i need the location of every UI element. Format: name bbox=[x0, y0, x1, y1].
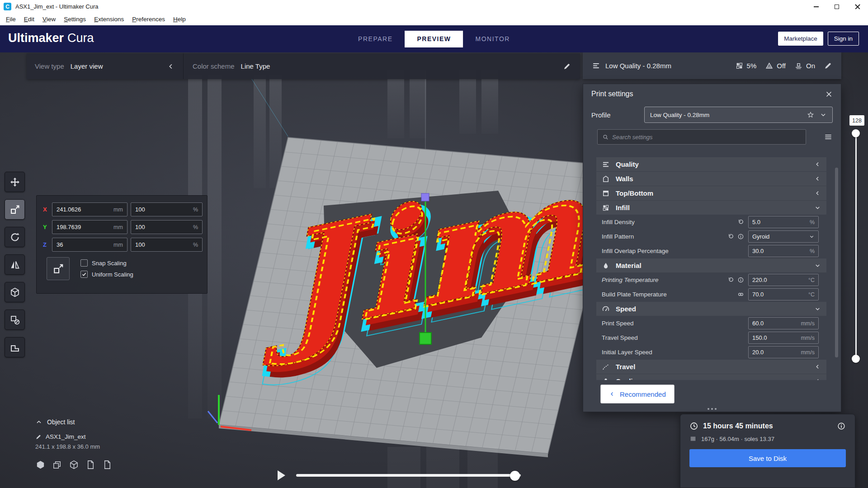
setting-infill-overlap-percentage-input[interactable]: 30.0% bbox=[748, 245, 819, 257]
category-material[interactable]: Material bbox=[596, 258, 826, 272]
menu-file[interactable]: File bbox=[2, 13, 20, 25]
tool-move[interactable] bbox=[5, 172, 25, 192]
scale-x-mm-input[interactable]: 241.0626mm bbox=[52, 202, 127, 216]
layer-slider-handle-top[interactable] bbox=[852, 129, 860, 137]
revert-icon[interactable] bbox=[727, 233, 734, 240]
category-cooling[interactable]: Cooling bbox=[596, 374, 826, 380]
tool-support-blocker[interactable] bbox=[5, 310, 25, 330]
tool-lay-flat[interactable] bbox=[5, 337, 25, 357]
setting-print-speed-input[interactable]: 60.0mm/s bbox=[748, 317, 819, 329]
setting-infill-overlap-percentage: Infill Overlap Percentage30.0% bbox=[596, 244, 826, 258]
signin-button[interactable]: Sign in bbox=[828, 32, 859, 46]
menu-extensions[interactable]: Extensions bbox=[90, 13, 128, 25]
tool-mirror[interactable] bbox=[5, 254, 25, 275]
menu-settings[interactable]: Settings bbox=[60, 13, 90, 25]
close-button[interactable] bbox=[847, 0, 868, 13]
category-quality[interactable]: Quality bbox=[596, 157, 826, 171]
checked-checkbox[interactable] bbox=[80, 271, 88, 278]
tab-prepare[interactable]: PREPARE bbox=[346, 31, 405, 47]
sheet2-icon[interactable] bbox=[102, 460, 113, 470]
scale-x-percent-input[interactable]: 100% bbox=[131, 202, 203, 216]
speed-icon bbox=[602, 305, 610, 313]
tool-scale[interactable] bbox=[5, 199, 25, 220]
setting-initial-layer-speed-input[interactable]: 20.0mm/s bbox=[748, 346, 819, 358]
menu-view[interactable]: View bbox=[38, 13, 60, 25]
cube-solid-icon[interactable] bbox=[35, 460, 46, 470]
scale-handle-z[interactable] bbox=[420, 333, 431, 344]
per-model-settings-icon bbox=[9, 287, 20, 298]
save-to-disk-button[interactable]: Save to Disk bbox=[689, 449, 846, 467]
menu-help[interactable]: Help bbox=[169, 13, 190, 25]
revert-icon[interactable] bbox=[737, 219, 744, 225]
cube-outline-icon[interactable] bbox=[69, 460, 79, 470]
object-list-toggle[interactable]: Object list bbox=[35, 418, 113, 426]
category-walls[interactable]: Walls bbox=[596, 172, 826, 186]
playback-slider-track[interactable] bbox=[296, 474, 521, 477]
support-blocker-icon bbox=[9, 314, 20, 325]
recommended-label: Recommended bbox=[620, 390, 666, 398]
cube-pair-icon[interactable] bbox=[52, 460, 62, 470]
setting-build-plate-temperature-input[interactable]: 70.0°C bbox=[748, 288, 819, 300]
color-scheme-dropdown[interactable]: Color scheme Line Type bbox=[184, 53, 580, 79]
setting-printing-temperature-input[interactable]: 220.0°C bbox=[748, 274, 819, 286]
info-icon[interactable] bbox=[837, 422, 846, 431]
infill-icon bbox=[735, 61, 744, 70]
close-icon[interactable] bbox=[825, 90, 833, 98]
info-icon[interactable] bbox=[737, 277, 744, 283]
revert-icon[interactable] bbox=[727, 277, 734, 283]
panel-scrollbar[interactable] bbox=[835, 168, 838, 357]
category-speed[interactable]: Speed bbox=[596, 302, 826, 316]
category-travel[interactable]: Travel bbox=[596, 360, 826, 374]
category-top-bottom[interactable]: Top/Bottom bbox=[596, 186, 826, 200]
recommended-button[interactable]: Recommended bbox=[600, 385, 675, 404]
scale-tool-panel: X241.0626mm100%Y198.7639mm100%Z36mm100% … bbox=[36, 195, 208, 294]
object-list: Object list ASX1_Jim_ext 241.1 x 198.8 x… bbox=[35, 418, 113, 470]
profile-value: Low Quality - 0.28mm bbox=[650, 112, 709, 118]
print-settings-panel: Print settings Profile Low Quality - 0.2… bbox=[583, 84, 841, 412]
info-icon[interactable] bbox=[737, 233, 744, 240]
scale-y-mm-input[interactable]: 198.7639mm bbox=[52, 220, 127, 234]
play-button[interactable] bbox=[278, 470, 285, 480]
setting-infill-pattern-select[interactable]: Gyroid bbox=[748, 230, 819, 243]
marketplace-button[interactable]: Marketplace bbox=[778, 32, 823, 46]
scale-z-percent-input[interactable]: 100% bbox=[131, 238, 203, 252]
search-settings-input[interactable] bbox=[612, 134, 801, 141]
unchecked-checkbox[interactable] bbox=[80, 259, 88, 267]
panel-resize-handle[interactable] bbox=[708, 408, 717, 410]
minimize-button[interactable] bbox=[806, 0, 826, 13]
setting-build-plate-temperature: Build Plate Temperature70.0°C bbox=[596, 287, 826, 301]
menu-preferences[interactable]: Preferences bbox=[128, 13, 169, 25]
snap-scaling-checkbox[interactable]: Snap Scaling bbox=[80, 259, 133, 267]
setting-infill-density-input[interactable]: 5.0% bbox=[748, 216, 819, 228]
setting-unit: mm/s bbox=[801, 320, 815, 327]
tab-preview[interactable]: PREVIEW bbox=[405, 31, 463, 47]
edit-settings[interactable] bbox=[824, 61, 832, 70]
setting-travel-speed-input[interactable]: 150.0mm/s bbox=[748, 332, 819, 344]
tool-rotate[interactable] bbox=[5, 227, 25, 247]
layer-slider-handle-bottom[interactable] bbox=[852, 355, 860, 363]
playback-slider-handle[interactable] bbox=[510, 471, 520, 481]
scale-handle-top[interactable] bbox=[421, 193, 429, 201]
view-type-dropdown[interactable]: View type Layer view bbox=[27, 53, 183, 79]
tool-per-model-settings[interactable] bbox=[5, 282, 25, 302]
maximize-button[interactable] bbox=[826, 0, 847, 13]
scale-y-percent-input[interactable]: 100% bbox=[131, 220, 203, 234]
tab-monitor[interactable]: MONITOR bbox=[463, 31, 522, 47]
pencil-icon[interactable] bbox=[563, 62, 571, 70]
axis-percent-unit: % bbox=[193, 206, 198, 213]
uniform-scaling-checkbox[interactable]: Uniform Scaling bbox=[80, 271, 133, 278]
menu-edit[interactable]: Edit bbox=[20, 13, 38, 25]
adhesion-summary-text: On bbox=[806, 62, 815, 70]
print-setup-bar[interactable]: Low Quality - 0.28mm 5% Off On bbox=[583, 52, 841, 79]
profile-dropdown[interactable]: Low Quality - 0.28mm bbox=[644, 107, 833, 123]
axis-percent-value: 100 bbox=[135, 224, 145, 230]
category-infill[interactable]: Infill bbox=[596, 201, 826, 215]
setting-label: Infill Overlap Percentage bbox=[602, 248, 669, 254]
settings-visibility-menu-icon[interactable] bbox=[824, 132, 833, 141]
object-list-item[interactable]: ASX1_Jim_ext bbox=[35, 433, 113, 440]
scale-z-mm-input[interactable]: 36mm bbox=[52, 238, 127, 252]
star-icon[interactable] bbox=[807, 111, 814, 118]
layer-slider-track[interactable] bbox=[855, 133, 857, 358]
setting-label: Printing Temperature bbox=[602, 277, 659, 283]
sheet-icon[interactable] bbox=[85, 460, 96, 470]
